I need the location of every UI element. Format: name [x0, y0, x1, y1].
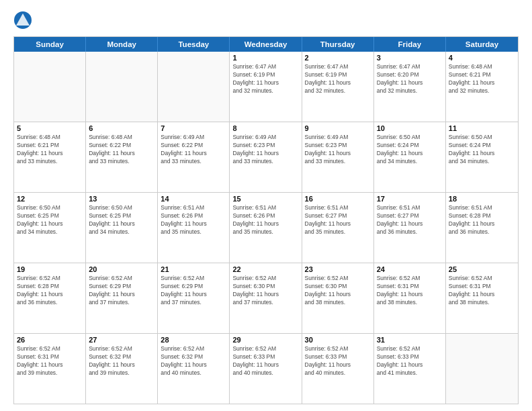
calendar: SundayMondayTuesdayWednesdayThursdayFrid… — [13, 36, 519, 404]
day-info: Sunrise: 6:52 AMSunset: 6:33 PMDaylight:… — [305, 345, 371, 377]
day-info: Sunrise: 6:48 AMSunset: 6:21 PMDaylight:… — [449, 63, 515, 95]
day-number: 31 — [377, 336, 443, 344]
calendar-cell: 4Sunrise: 6:48 AMSunset: 6:21 PMDaylight… — [446, 52, 518, 122]
calendar-cell: 10Sunrise: 6:50 AMSunset: 6:24 PMDayligh… — [374, 122, 446, 192]
day-number: 4 — [449, 54, 515, 62]
day-number: 13 — [89, 195, 154, 203]
calendar-cell — [446, 334, 518, 404]
day-info: Sunrise: 6:48 AMSunset: 6:22 PMDaylight:… — [89, 134, 154, 166]
calendar-cell: 3Sunrise: 6:47 AMSunset: 6:20 PMDaylight… — [374, 52, 446, 122]
day-number: 12 — [17, 195, 83, 203]
day-info: Sunrise: 6:52 AMSunset: 6:32 PMDaylight:… — [161, 345, 226, 377]
day-number: 3 — [377, 54, 443, 62]
day-info: Sunrise: 6:49 AMSunset: 6:22 PMDaylight:… — [161, 134, 226, 166]
calendar-cell — [14, 52, 86, 122]
calendar-cell: 13Sunrise: 6:50 AMSunset: 6:25 PMDayligh… — [86, 193, 158, 263]
calendar-cell: 8Sunrise: 6:49 AMSunset: 6:23 PMDaylight… — [230, 122, 302, 192]
weekday-header-saturday: Saturday — [446, 37, 518, 52]
calendar-cell — [86, 52, 158, 122]
day-info: Sunrise: 6:52 AMSunset: 6:31 PMDaylight:… — [449, 275, 515, 307]
calendar-cell: 30Sunrise: 6:52 AMSunset: 6:33 PMDayligh… — [302, 334, 374, 404]
day-info: Sunrise: 6:52 AMSunset: 6:33 PMDaylight:… — [232, 345, 298, 377]
day-info: Sunrise: 6:47 AMSunset: 6:19 PMDaylight:… — [305, 63, 371, 95]
day-info: Sunrise: 6:52 AMSunset: 6:33 PMDaylight:… — [377, 345, 443, 377]
day-number: 24 — [377, 265, 443, 273]
day-info: Sunrise: 6:52 AMSunset: 6:28 PMDaylight:… — [17, 275, 83, 307]
day-number: 19 — [17, 265, 83, 273]
day-info: Sunrise: 6:52 AMSunset: 6:30 PMDaylight:… — [305, 275, 371, 307]
day-number: 17 — [377, 195, 443, 203]
weekday-header-monday: Monday — [86, 37, 158, 52]
day-number: 16 — [305, 195, 371, 203]
header — [13, 11, 519, 30]
calendar-cell: 28Sunrise: 6:52 AMSunset: 6:32 PMDayligh… — [158, 334, 230, 404]
day-info: Sunrise: 6:51 AMSunset: 6:26 PMDaylight:… — [161, 204, 226, 236]
day-info: Sunrise: 6:47 AMSunset: 6:20 PMDaylight:… — [377, 63, 443, 95]
calendar-cell: 5Sunrise: 6:48 AMSunset: 6:21 PMDaylight… — [14, 122, 86, 192]
calendar-week-3: 12Sunrise: 6:50 AMSunset: 6:25 PMDayligh… — [14, 193, 518, 263]
day-info: Sunrise: 6:52 AMSunset: 6:29 PMDaylight:… — [89, 275, 154, 307]
day-number: 29 — [232, 336, 298, 344]
calendar-cell: 19Sunrise: 6:52 AMSunset: 6:28 PMDayligh… — [14, 263, 86, 333]
calendar-week-2: 5Sunrise: 6:48 AMSunset: 6:21 PMDaylight… — [14, 122, 518, 193]
weekday-header-sunday: Sunday — [14, 37, 86, 52]
calendar-cell: 9Sunrise: 6:49 AMSunset: 6:23 PMDaylight… — [302, 122, 374, 192]
calendar-cell: 11Sunrise: 6:50 AMSunset: 6:24 PMDayligh… — [446, 122, 518, 192]
day-number: 20 — [89, 265, 154, 273]
day-number: 5 — [17, 124, 83, 132]
day-number: 18 — [449, 195, 515, 203]
weekday-header-wednesday: Wednesday — [230, 37, 302, 52]
day-info: Sunrise: 6:51 AMSunset: 6:27 PMDaylight:… — [305, 204, 371, 236]
calendar-cell: 22Sunrise: 6:52 AMSunset: 6:30 PMDayligh… — [230, 263, 302, 333]
calendar-header: SundayMondayTuesdayWednesdayThursdayFrid… — [14, 37, 518, 52]
day-number: 9 — [305, 124, 371, 132]
calendar-cell: 20Sunrise: 6:52 AMSunset: 6:29 PMDayligh… — [86, 263, 158, 333]
day-number: 6 — [89, 124, 154, 132]
day-number: 8 — [232, 124, 298, 132]
day-info: Sunrise: 6:50 AMSunset: 6:24 PMDaylight:… — [377, 134, 443, 166]
day-number: 23 — [305, 265, 371, 273]
day-number: 14 — [161, 195, 226, 203]
calendar-cell: 1Sunrise: 6:47 AMSunset: 6:19 PMDaylight… — [230, 52, 302, 122]
day-number: 25 — [449, 265, 515, 273]
day-number: 27 — [89, 336, 154, 344]
day-info: Sunrise: 6:52 AMSunset: 6:30 PMDaylight:… — [232, 275, 298, 307]
calendar-cell: 2Sunrise: 6:47 AMSunset: 6:19 PMDaylight… — [302, 52, 374, 122]
calendar-cell: 12Sunrise: 6:50 AMSunset: 6:25 PMDayligh… — [14, 193, 86, 263]
calendar-cell: 18Sunrise: 6:51 AMSunset: 6:28 PMDayligh… — [446, 193, 518, 263]
day-info: Sunrise: 6:52 AMSunset: 6:31 PMDaylight:… — [377, 275, 443, 307]
day-number: 10 — [377, 124, 443, 132]
calendar-cell: 21Sunrise: 6:52 AMSunset: 6:29 PMDayligh… — [158, 263, 230, 333]
day-info: Sunrise: 6:49 AMSunset: 6:23 PMDaylight:… — [232, 134, 298, 166]
day-info: Sunrise: 6:52 AMSunset: 6:32 PMDaylight:… — [89, 345, 154, 377]
day-info: Sunrise: 6:50 AMSunset: 6:25 PMDaylight:… — [17, 204, 83, 236]
calendar-cell — [158, 52, 230, 122]
logo-icon — [13, 11, 32, 30]
day-number: 11 — [449, 124, 515, 132]
day-number: 15 — [232, 195, 298, 203]
calendar-cell: 25Sunrise: 6:52 AMSunset: 6:31 PMDayligh… — [446, 263, 518, 333]
calendar-cell: 16Sunrise: 6:51 AMSunset: 6:27 PMDayligh… — [302, 193, 374, 263]
day-info: Sunrise: 6:51 AMSunset: 6:27 PMDaylight:… — [377, 204, 443, 236]
day-number: 22 — [232, 265, 298, 273]
weekday-header-tuesday: Tuesday — [158, 37, 230, 52]
day-info: Sunrise: 6:50 AMSunset: 6:24 PMDaylight:… — [449, 134, 515, 166]
calendar-cell: 31Sunrise: 6:52 AMSunset: 6:33 PMDayligh… — [374, 334, 446, 404]
day-info: Sunrise: 6:50 AMSunset: 6:25 PMDaylight:… — [89, 204, 154, 236]
day-number: 26 — [17, 336, 83, 344]
calendar-cell: 14Sunrise: 6:51 AMSunset: 6:26 PMDayligh… — [158, 193, 230, 263]
day-number: 30 — [305, 336, 371, 344]
calendar-cell: 23Sunrise: 6:52 AMSunset: 6:30 PMDayligh… — [302, 263, 374, 333]
calendar-week-5: 26Sunrise: 6:52 AMSunset: 6:31 PMDayligh… — [14, 334, 518, 404]
calendar-cell: 26Sunrise: 6:52 AMSunset: 6:31 PMDayligh… — [14, 334, 86, 404]
weekday-header-friday: Friday — [374, 37, 446, 52]
calendar-cell: 17Sunrise: 6:51 AMSunset: 6:27 PMDayligh… — [374, 193, 446, 263]
calendar-cell: 27Sunrise: 6:52 AMSunset: 6:32 PMDayligh… — [86, 334, 158, 404]
day-info: Sunrise: 6:51 AMSunset: 6:26 PMDaylight:… — [232, 204, 298, 236]
day-number: 7 — [161, 124, 226, 132]
calendar-week-4: 19Sunrise: 6:52 AMSunset: 6:28 PMDayligh… — [14, 263, 518, 334]
calendar-cell: 15Sunrise: 6:51 AMSunset: 6:26 PMDayligh… — [230, 193, 302, 263]
calendar-cell: 24Sunrise: 6:52 AMSunset: 6:31 PMDayligh… — [374, 263, 446, 333]
day-info: Sunrise: 6:51 AMSunset: 6:28 PMDaylight:… — [449, 204, 515, 236]
calendar-cell: 7Sunrise: 6:49 AMSunset: 6:22 PMDaylight… — [158, 122, 230, 192]
